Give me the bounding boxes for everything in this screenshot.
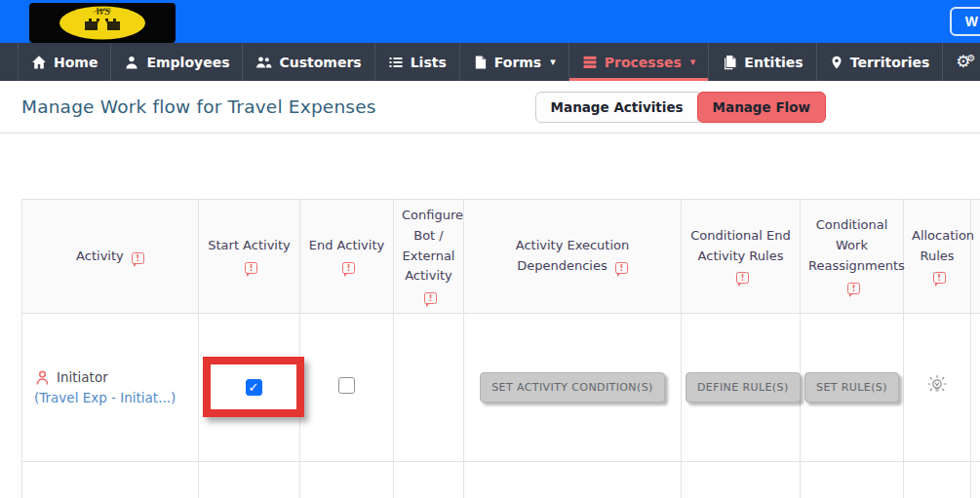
info-tooltip-icon[interactable]: ! <box>132 252 144 264</box>
nav-item-label: Territories <box>850 55 930 70</box>
company-logo[interactable]: WS <box>29 3 176 43</box>
info-tooltip-icon[interactable]: ! <box>933 272 946 284</box>
activity-name: Initiator <box>57 369 108 385</box>
manage-flow-button[interactable]: Manage Flow <box>697 92 826 123</box>
main-navigation: Home Employees Customers Lists Forms ▾ <box>0 43 980 81</box>
list-icon <box>388 55 404 70</box>
user-menu-button[interactable]: W <box>950 7 980 36</box>
set-activity-conditions-button[interactable]: SET ACTIVITY CONDITION(S) <box>480 372 665 402</box>
nav-item-label: Processes <box>605 55 682 70</box>
nav-item-settings[interactable]: Settings <box>943 43 980 81</box>
table-row-initiator: Initiator (Travel Exp - Initiat...) SET … <box>22 313 980 461</box>
top-app-bar: WS W <box>0 0 980 43</box>
home-icon <box>31 55 47 70</box>
column-header-activity: Activity ! <box>22 200 199 314</box>
person-icon <box>124 55 139 70</box>
info-tooltip-icon[interactable]: ! <box>342 262 355 274</box>
map-pin-icon <box>830 55 843 70</box>
company-logo-emblem: WS <box>44 5 161 41</box>
column-header-start-activity: Start Activity ! <box>199 200 300 314</box>
table-row-next <box>22 461 980 498</box>
empty-cell <box>904 461 971 498</box>
nav-item-label: Customers <box>279 55 361 70</box>
person-icon <box>34 369 51 386</box>
column-header-configure-bot: Configure Bot / External Activity ! <box>394 200 464 314</box>
start-activity-checkbox[interactable] <box>246 379 262 396</box>
stack-icon <box>582 55 598 70</box>
nav-item-home[interactable]: Home <box>18 43 111 81</box>
nav-item-territories[interactable]: Territories <box>817 43 944 81</box>
nav-item-label: Entities <box>744 55 803 70</box>
column-header-execution-dependencies: Activity Execution Dependencies ! <box>464 200 682 314</box>
highlight-annotation <box>203 357 304 417</box>
define-rules-button[interactable]: DEFINE RULE(S) <box>686 372 801 402</box>
column-header-conditional-end-rules: Conditional End Activity Rules ! <box>682 200 801 314</box>
svg-text:WS: WS <box>95 7 110 17</box>
workflow-table-container: Activity ! Start Activity ! End Activity… <box>21 199 980 498</box>
view-toggle-group: Manage Activities Manage Flow <box>535 92 826 123</box>
page-header: Manage Work flow for Travel Expenses Man… <box>0 81 980 134</box>
nav-item-label: Lists <box>411 55 447 70</box>
empty-cell <box>22 461 199 498</box>
empty-cell <box>801 461 904 498</box>
info-tooltip-icon[interactable]: ! <box>736 272 749 284</box>
info-tooltip-icon[interactable]: ! <box>424 292 437 304</box>
empty-cell <box>682 461 801 498</box>
gear-icon <box>956 54 979 70</box>
conditional-end-rules-cell: DEFINE RULE(S) <box>682 313 801 461</box>
lightbulb-icon[interactable] <box>925 373 949 397</box>
workflow-table: Activity ! Start Activity ! End Activity… <box>21 199 980 498</box>
set-rules-button[interactable]: SET RULE(S) <box>804 372 899 402</box>
activity-form-link[interactable]: (Travel Exp - Initiat...) <box>34 390 194 405</box>
end-activity-checkbox[interactable] <box>338 377 355 394</box>
manage-activities-button[interactable]: Manage Activities <box>535 92 699 123</box>
empty-cell <box>464 461 682 498</box>
nav-item-entities[interactable]: Entities <box>709 43 816 81</box>
activity-cell: Initiator (Travel Exp - Initiat...) <box>22 313 199 461</box>
start-activity-cell <box>199 313 300 461</box>
clipped-cell <box>971 313 980 461</box>
chevron-down-icon: ▾ <box>690 56 696 68</box>
column-header-end-activity: End Activity ! <box>300 200 394 314</box>
info-tooltip-icon[interactable]: ! <box>245 262 257 274</box>
column-header-clipped <box>971 200 980 314</box>
empty-cell <box>394 461 464 498</box>
nav-item-processes[interactable]: Processes ▾ <box>569 43 710 81</box>
nav-item-forms[interactable]: Forms ▾ <box>460 43 569 81</box>
nav-item-lists[interactable]: Lists <box>375 43 460 81</box>
nav-item-customers[interactable]: Customers <box>243 43 374 81</box>
people-icon <box>255 55 272 70</box>
column-header-conditional-work-reassignments: Conditional Work Reassignments ! <box>801 200 904 314</box>
chevron-down-icon: ▾ <box>550 56 556 68</box>
nav-item-employees[interactable]: Employees <box>111 43 243 81</box>
nav-item-label: Employees <box>146 55 229 70</box>
info-tooltip-icon[interactable]: ! <box>615 262 628 274</box>
table-header-row: Activity ! Start Activity ! End Activity… <box>22 200 980 314</box>
empty-cell <box>300 461 394 498</box>
pages-icon <box>722 55 737 70</box>
empty-cell <box>199 461 300 498</box>
end-activity-cell <box>300 313 394 461</box>
conditional-work-reassignments-cell: SET RULE(S) <box>801 313 904 461</box>
nav-item-label: Forms <box>494 55 541 70</box>
info-tooltip-icon[interactable]: ! <box>847 283 860 294</box>
empty-cell <box>971 461 980 498</box>
nav-item-label: Home <box>54 55 98 70</box>
execution-dependencies-cell: SET ACTIVITY CONDITION(S) <box>464 313 682 461</box>
allocation-rules-cell <box>904 313 971 461</box>
configure-bot-cell <box>394 313 464 461</box>
page-title: Manage Work flow for Travel Expenses <box>21 96 376 117</box>
column-header-allocation-rules: Allocation Rules ! <box>904 200 971 314</box>
file-icon <box>473 55 488 70</box>
